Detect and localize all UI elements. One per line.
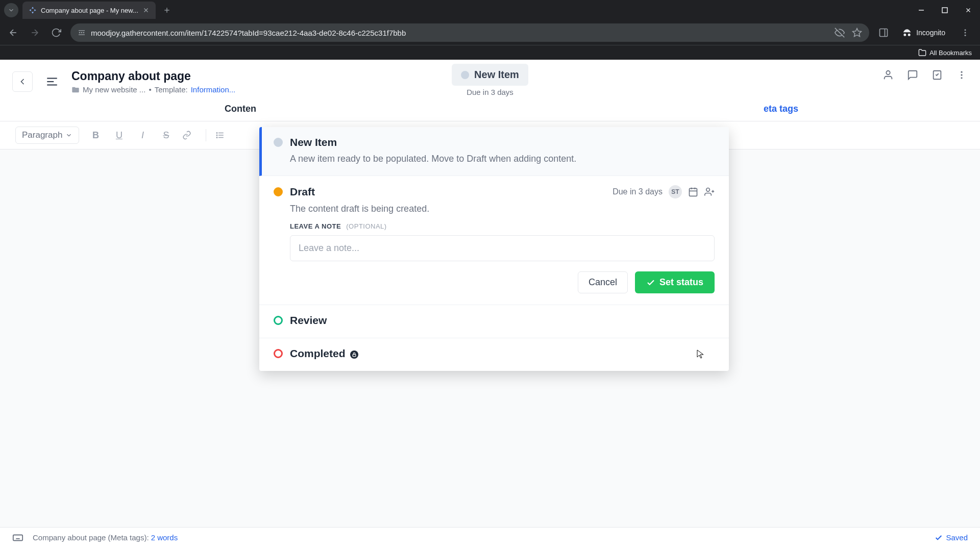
breadcrumb-separator: • xyxy=(149,85,151,94)
side-panel-icon[interactable] xyxy=(876,26,891,40)
svg-rect-5 xyxy=(942,8,947,13)
svg-point-18 xyxy=(965,29,966,31)
status-dot-grey-icon xyxy=(274,138,283,147)
check-icon xyxy=(646,278,655,287)
svg-marker-15 xyxy=(853,29,862,37)
status-option-completed[interactable]: Completed xyxy=(259,338,729,371)
paragraph-style-select[interactable]: Paragraph xyxy=(15,127,79,144)
add-assignee-icon[interactable] xyxy=(704,187,715,197)
incognito-badge[interactable]: Incognito xyxy=(898,28,949,38)
status-desc: A new item ready to be populated. Move t… xyxy=(290,154,715,164)
lock-icon xyxy=(350,350,358,359)
keyboard-icon[interactable] xyxy=(12,532,23,543)
svg-point-34 xyxy=(217,137,218,138)
footer-context: Company about page (Meta tags): xyxy=(33,533,149,542)
calendar-icon[interactable] xyxy=(688,187,698,197)
nav-forward-button[interactable] xyxy=(28,26,42,40)
svg-rect-35 xyxy=(690,188,697,196)
status-name: Draft xyxy=(290,186,315,198)
incognito-eye-icon[interactable] xyxy=(835,28,845,38)
status-name: New Item xyxy=(290,136,337,148)
saved-indicator: Saved xyxy=(935,533,968,542)
set-status-button[interactable]: Set status xyxy=(635,271,715,293)
folder-name[interactable]: My new website ... xyxy=(83,85,145,94)
folder-icon xyxy=(71,86,80,94)
cancel-button[interactable]: Cancel xyxy=(578,271,628,293)
check-icon xyxy=(935,534,943,542)
status-dot-orange-icon xyxy=(274,187,283,196)
note-block: LEAVE A NOTE (OPTIONAL) xyxy=(290,222,715,261)
browser-menu-button[interactable] xyxy=(957,28,974,37)
svg-point-19 xyxy=(965,32,966,34)
svg-rect-43 xyxy=(13,535,22,540)
window-controls xyxy=(910,0,980,20)
svg-point-10 xyxy=(81,32,82,33)
editor-content[interactable]: New Item A new item ready to be populate… xyxy=(0,149,980,527)
assignee-avatar[interactable]: ST xyxy=(669,185,682,198)
bookmark-star-icon[interactable] xyxy=(852,28,862,38)
page-title: Company about page xyxy=(71,69,235,83)
status-pill-due: Due in 3 days xyxy=(452,88,528,96)
status-name: Completed xyxy=(290,347,358,360)
note-label: LEAVE A NOTE (OPTIONAL) xyxy=(290,222,715,230)
note-input[interactable] xyxy=(290,235,715,261)
italic-button[interactable]: I xyxy=(135,130,150,141)
status-option-review[interactable]: Review xyxy=(259,305,729,338)
folder-icon xyxy=(918,48,926,57)
window-minimize-button[interactable] xyxy=(910,0,933,20)
paragraph-label: Paragraph xyxy=(22,130,62,140)
bold-button[interactable]: B xyxy=(88,130,103,141)
draft-meta: Due in 3 days ST xyxy=(612,185,715,198)
bookmarks-bar: All Bookmarks xyxy=(0,45,980,60)
header-actions xyxy=(882,69,968,81)
set-status-label: Set status xyxy=(659,277,703,288)
underline-button[interactable]: U xyxy=(112,130,126,141)
strikethrough-button[interactable]: S xyxy=(159,130,173,141)
tab-meta-tags-partial[interactable]: eta tags xyxy=(764,104,798,114)
status-pill[interactable]: New Item Due in 3 days xyxy=(452,64,528,96)
site-settings-icon[interactable] xyxy=(78,29,86,37)
bullet-list-button[interactable] xyxy=(215,131,230,140)
chevron-down-icon xyxy=(65,132,72,139)
status-option-draft[interactable]: Draft Due in 3 days ST The content draft… xyxy=(259,176,729,305)
status-pill-name: New Item xyxy=(474,69,519,81)
all-bookmarks-label: All Bookmarks xyxy=(929,49,972,57)
comments-button[interactable] xyxy=(906,69,919,81)
status-name: Review xyxy=(290,314,327,327)
tab-close-icon[interactable] xyxy=(142,7,150,14)
incognito-label: Incognito xyxy=(916,29,945,37)
tasks-button[interactable] xyxy=(931,69,943,81)
svg-point-28 xyxy=(961,77,962,79)
window-maximize-button[interactable] xyxy=(933,0,957,20)
window-close-button[interactable] xyxy=(957,0,980,20)
url-text: moodjoy.gathercontent.com/item/17422574?… xyxy=(91,29,406,37)
status-option-new-item[interactable]: New Item A new item ready to be populate… xyxy=(259,127,729,176)
more-menu-button[interactable] xyxy=(955,69,968,81)
tab-search-dropdown[interactable] xyxy=(4,3,18,17)
browser-tab[interactable]: Company about page - My new... xyxy=(22,2,156,19)
all-bookmarks-button[interactable]: All Bookmarks xyxy=(918,48,972,57)
svg-point-26 xyxy=(961,71,962,73)
outline-toggle-button[interactable] xyxy=(42,71,62,92)
tab-strip: Company about page - My new... xyxy=(0,0,980,20)
url-input[interactable]: moodjoy.gathercontent.com/item/17422574?… xyxy=(70,23,869,42)
status-dot-red-icon xyxy=(274,349,283,358)
tab-content-partial[interactable]: Conten xyxy=(225,104,256,114)
app-header: Company about page My new website ... • … xyxy=(0,60,980,99)
nav-reload-button[interactable] xyxy=(49,26,63,40)
nav-back-button[interactable] xyxy=(6,26,20,40)
svg-point-12 xyxy=(83,32,84,33)
saved-label: Saved xyxy=(946,533,968,542)
breadcrumb: My new website ... • Template: Informati… xyxy=(71,85,235,94)
back-button[interactable] xyxy=(12,71,33,92)
people-button[interactable] xyxy=(882,69,894,81)
link-button[interactable] xyxy=(182,131,197,140)
svg-rect-42 xyxy=(353,355,356,357)
new-tab-button[interactable] xyxy=(160,3,174,17)
tab-favicon-icon xyxy=(29,6,37,14)
svg-point-33 xyxy=(217,135,218,136)
svg-point-20 xyxy=(965,35,966,36)
status-dropdown: New Item A new item ready to be populate… xyxy=(259,127,729,371)
word-count[interactable]: 2 words xyxy=(151,533,178,542)
template-link[interactable]: Information... xyxy=(191,85,236,94)
